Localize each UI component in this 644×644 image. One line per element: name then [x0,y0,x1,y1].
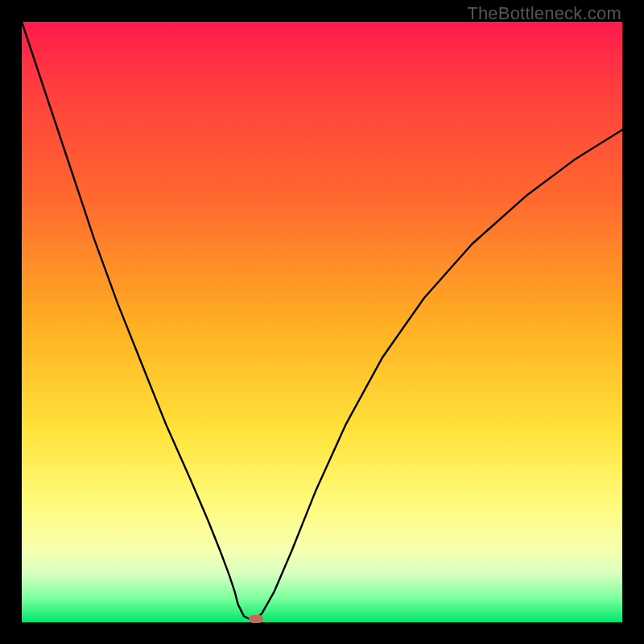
chart-frame: TheBottleneck.com [0,0,644,644]
notch-marker [249,615,263,623]
bottleneck-curve [22,22,622,622]
plot-area [22,22,622,622]
watermark-text: TheBottleneck.com [467,3,621,24]
